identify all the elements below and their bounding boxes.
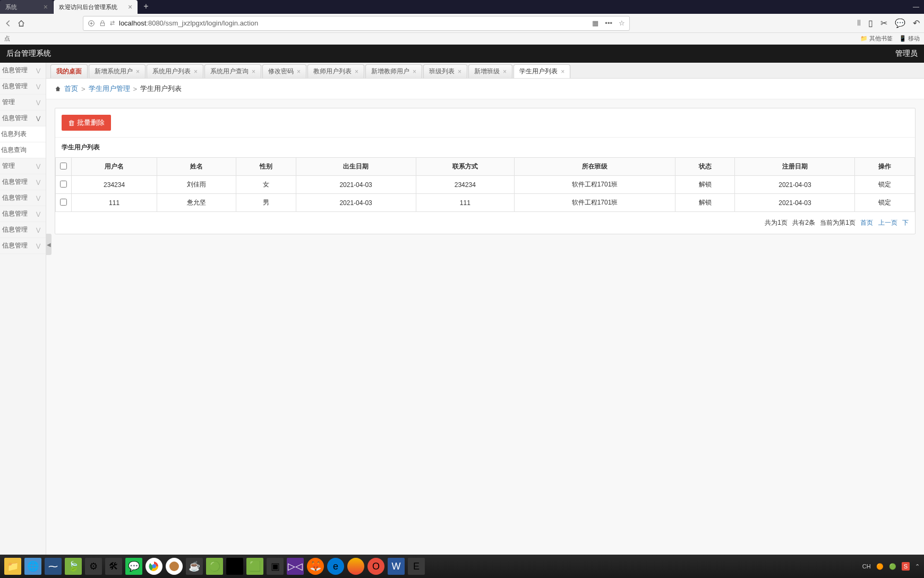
sidebar-icon[interactable]: ▯	[868, 18, 873, 28]
browser-tab-1[interactable]: 欢迎访问后台管理系统 ×	[54, 0, 138, 14]
mobile-bookmarks[interactable]: 📱 移动	[899, 35, 920, 42]
sidebar-item[interactable]: 信息管理⋁	[0, 79, 46, 95]
home-icon[interactable]	[17, 19, 25, 28]
crumb-home[interactable]: 首页	[64, 84, 78, 94]
pager-total-rows: 共有2条	[792, 219, 815, 226]
close-icon[interactable]: ×	[136, 68, 140, 75]
table-cell: 惫允坚	[157, 194, 236, 212]
row-checkbox[interactable]	[60, 199, 67, 206]
close-icon[interactable]: ×	[561, 68, 564, 75]
tab-label: 新增班级	[474, 67, 500, 76]
table-cell: 2021-04-03	[735, 176, 855, 194]
table-cell: 2021-04-03	[296, 176, 416, 194]
chat-icon[interactable]: 💬	[895, 18, 905, 28]
select-all-checkbox[interactable]	[60, 163, 67, 169]
table-cell: 2021-04-03	[296, 194, 416, 212]
pager-first[interactable]: 首页	[860, 219, 873, 226]
column-header: 所在班级	[514, 158, 675, 176]
browser-tab-0[interactable]: 系统 ×	[0, 0, 53, 14]
other-bookmarks[interactable]: 📁 其他书签	[860, 35, 893, 42]
tab-label: 我的桌面	[56, 67, 82, 76]
close-icon[interactable]: ×	[252, 68, 255, 75]
sidebar-item[interactable]: 信息管理⋁	[0, 63, 46, 79]
admin-label[interactable]: 管理员	[895, 49, 918, 58]
chevron-down-icon: ⋁	[36, 163, 40, 169]
content-tab[interactable]: 系统用户查询×	[204, 64, 261, 78]
tab-label: 新增教师用户	[371, 67, 409, 76]
sidebar-item[interactable]: 信息管理⋁	[0, 206, 46, 222]
close-icon[interactable]: ×	[355, 68, 358, 75]
batch-delete-button[interactable]: 🗑 批量删除	[62, 115, 111, 131]
library-icon[interactable]: ⫴	[857, 18, 861, 28]
chevron-down-icon: ⋁	[36, 227, 40, 233]
content-tab[interactable]: 学生用户列表×	[514, 64, 570, 78]
panel-title: 学生用户列表	[55, 138, 915, 157]
sidebar-item-label: 信息查询	[1, 146, 27, 155]
content-tab[interactable]: 系统用户列表×	[147, 64, 203, 78]
sidebar-subitem[interactable]: 信息查询	[0, 142, 46, 158]
table-row: 234234刘佳雨女2021-04-03234234软件工程1701班解锁202…	[56, 176, 915, 194]
close-icon[interactable]: ×	[458, 68, 461, 75]
tab-label: 学生用户列表	[519, 67, 558, 76]
table-cell: 软件工程1701班	[514, 194, 675, 212]
pager-total-pages: 共为1页	[765, 219, 788, 226]
pager-current: 当前为第1页	[820, 219, 855, 226]
close-icon[interactable]: ×	[33, 3, 48, 11]
star-icon[interactable]: ☆	[619, 19, 625, 27]
sidebar-subitem[interactable]: 信息列表	[0, 126, 46, 142]
undo-icon[interactable]: ↶	[913, 18, 920, 28]
url-bar[interactable]: ⇄ localhost:8080/ssm_jxzlpgxt/login/logi…	[83, 16, 630, 31]
sidebar-item-label: 信息管理	[2, 114, 28, 123]
clip-icon[interactable]: ✂	[880, 18, 887, 28]
table-cell: 111	[416, 194, 514, 212]
sidebar-item[interactable]: 管理⋁	[0, 158, 46, 174]
crumb-level1[interactable]: 学生用户管理	[89, 84, 130, 94]
tab-label: 教师用户列表	[313, 67, 352, 76]
table-cell: 解锁	[675, 194, 734, 212]
sidebar-item[interactable]: 信息管理⋁	[0, 190, 46, 206]
row-checkbox[interactable]	[60, 181, 67, 188]
content-tab[interactable]: 教师用户列表×	[307, 64, 364, 78]
sidebar-collapse-handle[interactable]: ◀	[46, 234, 52, 255]
content-tab[interactable]: 修改密码×	[262, 64, 306, 78]
tab-label: 系统用户列表	[152, 67, 191, 76]
sidebar-item[interactable]: 信息管理⋁	[0, 238, 46, 254]
trash-icon: 🗑	[68, 119, 75, 127]
tab-label: 修改密码	[268, 67, 294, 76]
content-tab[interactable]: 班级列表×	[423, 64, 467, 78]
new-tab-button[interactable]: +	[138, 0, 153, 14]
sidebar-item[interactable]: 信息管理⋁	[0, 110, 46, 126]
qr-icon[interactable]: ▦	[592, 19, 598, 27]
content-tab[interactable]: 新增教师用户×	[365, 64, 422, 78]
pager-next[interactable]: 下	[902, 219, 909, 226]
bookmark-item[interactable]: 点	[4, 35, 10, 42]
lock-icon[interactable]	[99, 20, 106, 27]
table-cell: 男	[236, 194, 296, 212]
back-icon[interactable]	[4, 19, 13, 28]
content-tab[interactable]: 新增班级×	[468, 64, 512, 78]
sidebar-item[interactable]: 信息管理⋁	[0, 174, 46, 190]
close-icon[interactable]: ×	[503, 68, 507, 75]
table-cell: 女	[236, 176, 296, 194]
sidebar: 信息管理⋁信息管理⋁管理⋁信息管理⋁信息列表信息查询管理⋁信息管理⋁信息管理⋁信…	[0, 63, 46, 555]
column-header: 性别	[236, 158, 296, 176]
close-icon[interactable]: ×	[117, 3, 132, 11]
close-icon[interactable]: ×	[297, 68, 301, 75]
more-icon[interactable]: •••	[605, 19, 612, 27]
sidebar-item[interactable]: 管理⋁	[0, 95, 46, 110]
content-tab[interactable]: 新增系统用户×	[89, 64, 146, 78]
close-icon[interactable]: ×	[194, 68, 198, 75]
table-row: 111惫允坚男2021-04-03111软件工程1701班解锁2021-04-0…	[56, 194, 915, 212]
table-cell: 111	[72, 194, 157, 212]
sidebar-item-label: 信息列表	[1, 130, 27, 139]
data-table: 用户名姓名性别出生日期联系方式所在班级状态注册日期操作 234234刘佳雨女20…	[55, 157, 915, 212]
shield-icon[interactable]	[88, 20, 95, 27]
minimize-button[interactable]: —	[908, 0, 924, 14]
pager-prev[interactable]: 上一页	[878, 219, 897, 226]
content-tab[interactable]: 我的桌面	[50, 64, 88, 78]
chevron-down-icon: ⋁	[36, 243, 40, 249]
sidebar-item[interactable]: 信息管理⋁	[0, 222, 46, 238]
column-header: 操作	[855, 158, 915, 176]
sidebar-item-label: 信息管理	[2, 82, 28, 91]
close-icon[interactable]: ×	[413, 68, 416, 75]
